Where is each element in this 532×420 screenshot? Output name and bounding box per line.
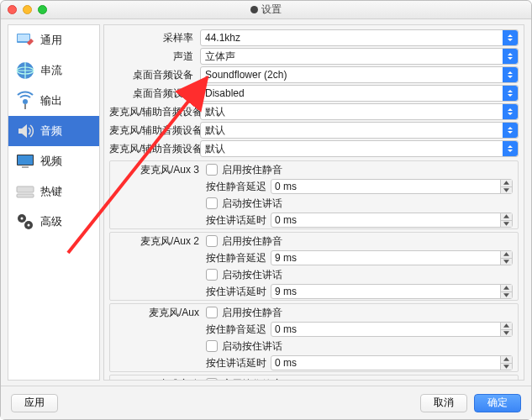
sidebar-item-advanced[interactable]: 高级 [8,207,99,237]
app-icon [250,6,258,13]
main-panel: 采样率44.1khz 声道立体声 桌面音频设备Soundflower (2ch)… [103,24,524,381]
group-1: 麦克风/Aux 2启用按住静音 按住静音延迟9 ms 启动按住讲话 按住讲话延时… [109,232,519,301]
label-mic-aux: 麦克风/辅助音频设备 [109,105,200,119]
signal-icon [15,91,35,111]
talk-delay-stepper[interactable]: 9 ms [271,284,513,299]
ptt-mute-checkbox[interactable] [206,307,218,318]
chevron-updown-icon [503,141,518,156]
ptt-talk-label: 启动按住讲话 [222,197,282,211]
mute-delay-label: 按住静音延迟 [206,180,266,194]
svg-rect-5 [24,104,26,109]
sidebar-item-label: 高级 [40,214,62,229]
talk-delay-label: 按住讲话延时 [206,285,266,299]
svg-point-14 [28,224,30,227]
footer: 应用 取消 确定 [1,386,531,419]
mute-delay-stepper[interactable]: 0 ms [271,179,513,194]
label-desktop-audio-2: 桌面音频设备 [109,87,200,101]
monitor-wrench-icon [15,30,35,50]
svg-point-12 [21,218,24,220]
ptt-talk-checkbox[interactable] [206,340,218,352]
ptt-mute-checkbox[interactable] [206,164,218,176]
group-2: 麦克风/Aux启用按住静音 按住静音延迟0 ms 启动按住讲话 按住讲话延时0 … [109,303,519,372]
svg-rect-9 [17,186,34,192]
svg-rect-1 [18,34,29,41]
talk-delay-stepper[interactable]: 0 ms [271,355,513,370]
svg-rect-10 [17,194,34,197]
sidebar-item-label: 串流 [40,63,62,78]
speaker-icon [15,121,35,141]
gears-icon [15,212,35,232]
label-mic-aux-2: 麦克风/辅助音频设备 2 [109,123,200,138]
keyboard-icon [15,181,35,202]
sidebar-item-video[interactable]: 视频 [8,146,99,176]
select-sample-rate[interactable]: 44.1khz [200,29,519,46]
ptt-mute-label: 启用按住静音 [222,163,282,177]
sidebar: 通用 串流 输出 音频 视频 热键 [8,24,100,381]
sidebar-item-label: 热键 [40,184,62,199]
group-title: 麦克风/Aux 3 [115,163,206,177]
mute-delay-label: 按住静音延迟 [206,323,266,337]
ok-button[interactable]: 确定 [474,394,521,412]
select-mic-aux-2[interactable]: 默认 [200,122,519,139]
sidebar-item-label: 音频 [40,123,62,139]
sidebar-item-stream[interactable]: 串流 [8,55,99,86]
ptt-talk-checkbox[interactable] [206,269,218,281]
mute-delay-stepper[interactable]: 9 ms [271,250,513,265]
select-desktop-audio-2[interactable]: Disabled [200,85,519,102]
svg-rect-8 [22,166,29,168]
chevron-updown-icon [503,104,518,119]
label-desktop-audio: 桌面音频设备 [109,68,200,82]
titlebar: 设置 [1,1,531,19]
label-sample-rate: 采样率 [109,31,200,45]
select-mic-aux-3[interactable]: 默认 [200,140,519,157]
group-title: 麦克风/Aux 2 [115,234,206,249]
chevron-updown-icon [503,123,518,138]
group-0: 麦克风/Aux 3启用按住静音 按住静音延迟0 ms 启动按住讲话 按住讲话延时… [109,160,519,229]
sidebar-item-general[interactable]: 通用 [8,25,99,55]
ptt-talk-label: 启动按住讲话 [222,339,282,354]
ptt-mute-checkbox[interactable] [206,235,218,247]
chevron-updown-icon [503,67,518,82]
window-title: 设置 [261,3,282,17]
select-channels[interactable]: 立体声 [200,48,519,65]
label-mic-aux-3: 麦克风/辅助音频设备 3 [109,142,200,156]
display-icon [15,151,35,171]
svg-rect-7 [18,155,33,165]
globe-icon [15,60,35,81]
svg-point-4 [23,99,28,104]
mute-delay-label: 按住静音延迟 [206,251,266,265]
ptt-talk-checkbox[interactable] [206,197,218,209]
ptt-mute-checkbox[interactable] [206,378,218,381]
chevron-updown-icon [503,49,518,64]
group-title: 台式音响 [115,377,206,381]
chevron-updown-icon [503,86,518,101]
sidebar-item-output[interactable]: 输出 [8,86,99,116]
cancel-button[interactable]: 取消 [420,394,467,412]
group-3: 台式音响启用按住静音 [109,375,519,381]
ptt-mute-label: 启用按住静音 [222,377,282,381]
talk-delay-label: 按住讲话延时 [206,356,266,370]
select-desktop-audio[interactable]: Soundflower (2ch) [200,66,519,83]
sidebar-item-label: 通用 [40,33,62,48]
apply-button[interactable]: 应用 [11,394,58,412]
talk-delay-label: 按住讲话延时 [206,213,266,228]
sidebar-item-label: 输出 [40,93,62,108]
mute-delay-stepper[interactable]: 0 ms [271,322,513,337]
sidebar-item-label: 视频 [40,154,62,169]
sidebar-item-audio[interactable]: 音频 [8,116,99,146]
ptt-talk-label: 启动按住讲话 [222,268,282,282]
select-mic-aux[interactable]: 默认 [200,103,519,120]
ptt-mute-label: 启用按住静音 [222,234,282,249]
sidebar-item-hotkeys[interactable]: 热键 [8,176,99,207]
ptt-mute-label: 启用按住静音 [222,306,282,320]
chevron-updown-icon [503,30,518,45]
talk-delay-stepper[interactable]: 0 ms [271,213,513,228]
group-title: 麦克风/Aux [115,306,206,320]
label-channels: 声道 [109,50,200,64]
